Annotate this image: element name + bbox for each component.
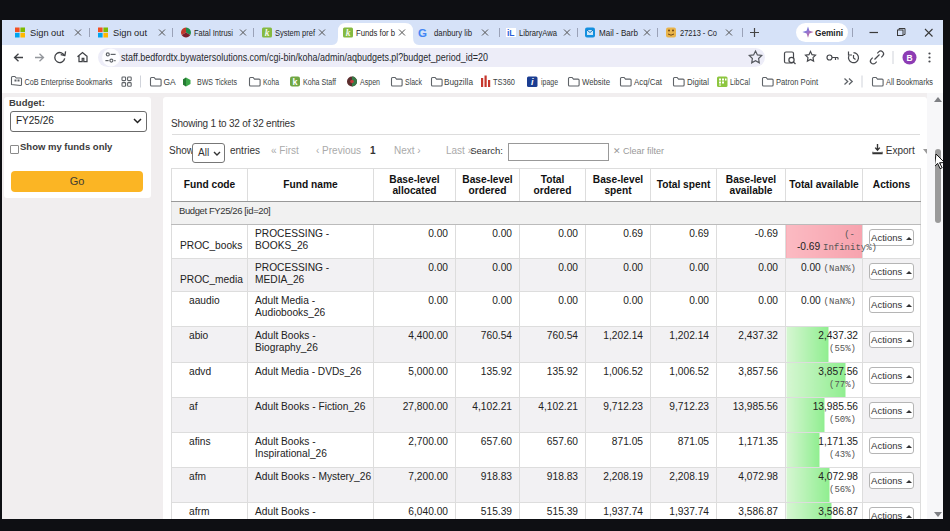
svg-text:Mail - Barb: Mail - Barb	[599, 28, 638, 38]
svg-text:staff.bedfordtx.bywatersolutio: staff.bedfordtx.bywatersolutions.com/cgi…	[121, 51, 488, 63]
svg-text:Acq/Cat: Acq/Cat	[634, 77, 663, 87]
svg-text:Slack: Slack	[405, 77, 423, 87]
svg-text:ipage: ipage	[541, 77, 558, 87]
svg-text:BWS Tickets: BWS Tickets	[197, 77, 237, 87]
svg-text:All Bookmarks: All Bookmarks	[886, 77, 933, 87]
svg-text:B: B	[906, 53, 912, 63]
svg-text:Patron Point: Patron Point	[776, 77, 819, 87]
svg-text:danbury lib: danbury lib	[434, 28, 472, 38]
svg-text:Sign out: Sign out	[113, 28, 148, 38]
svg-text:Bugzilla: Bugzilla	[444, 77, 473, 87]
svg-text:27213 - Co: 27213 - Co	[680, 28, 717, 38]
svg-text:LibCal: LibCal	[730, 77, 750, 87]
svg-text:GA: GA	[164, 77, 177, 87]
svg-text:Funds for b: Funds for b	[356, 28, 395, 38]
svg-text:Koha Staff: Koha Staff	[303, 77, 337, 87]
svg-text:iL: iL	[507, 28, 515, 38]
svg-text:System pref: System pref	[275, 28, 315, 38]
svg-text:G: G	[418, 27, 427, 39]
svg-text:LibraryAwa: LibraryAwa	[519, 28, 557, 38]
svg-text:Website: Website	[582, 77, 610, 87]
svg-text:TS360: TS360	[493, 77, 515, 87]
svg-text:Digital: Digital	[687, 77, 709, 87]
svg-text:CoB Enterprise Bookmarks: CoB Enterprise Bookmarks	[25, 77, 113, 87]
svg-text:Aspen: Aspen	[360, 77, 380, 87]
svg-text:Gemini: Gemini	[815, 28, 843, 38]
svg-text:Fatal Intrusi: Fatal Intrusi	[194, 28, 233, 38]
svg-text:Sign out: Sign out	[30, 28, 65, 38]
svg-text:Koha: Koha	[263, 77, 279, 87]
